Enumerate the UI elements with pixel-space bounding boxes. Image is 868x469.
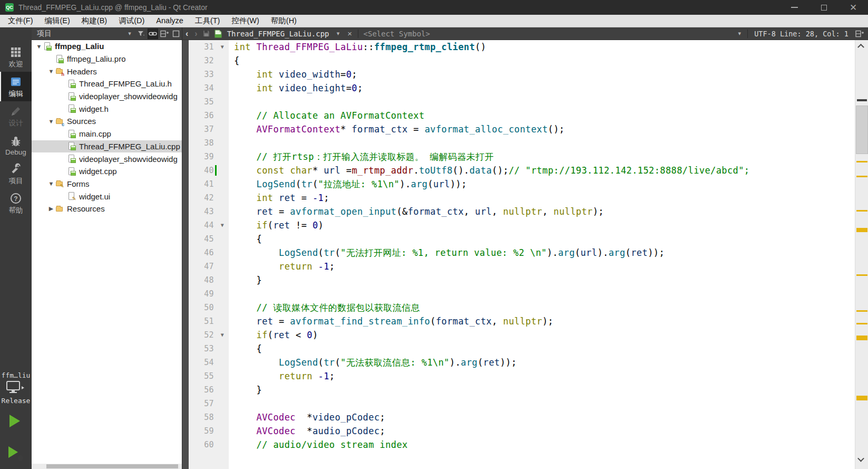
code-line-46[interactable]: 46 LogSend(tr("无法打开网址: %1, return value:…: [189, 246, 855, 260]
code-text: if(ret < 0): [234, 328, 318, 342]
tree-item-ffmpeg_laliu[interactable]: ▼ffmpeg_Laliu: [32, 40, 182, 53]
code-line-42[interactable]: 42 int ret = -1;: [189, 191, 855, 205]
scroll-down-arrow-icon[interactable]: [859, 457, 865, 463]
forward-icon[interactable]: ›: [191, 29, 200, 39]
code-line-49[interactable]: 49: [189, 287, 855, 301]
code-line-41[interactable]: 41 LogSend(tr("拉流地址: %1\n").arg(url));: [189, 177, 855, 191]
target-monitor-icon[interactable]: [4, 380, 32, 396]
scrollbar-thumb[interactable]: [856, 106, 868, 154]
code-line-33[interactable]: 33 int video_width=0;: [189, 68, 855, 81]
menu-item-4[interactable]: Analyze: [150, 15, 189, 27]
sync-with-editor-icon[interactable]: [148, 28, 158, 39]
code-line-57[interactable]: 57: [189, 397, 855, 410]
menu-item-2[interactable]: 构建(B): [76, 15, 113, 27]
tree-item-thread_ffmpeg_laliu.cpp[interactable]: Thread_FFMPEG_LaLiu.cpp: [32, 140, 182, 153]
code-line-39[interactable]: 39 // 打开rtsp：打开输入流并读取标题。 编解码器未打开: [189, 150, 855, 164]
back-icon[interactable]: ‹: [182, 29, 191, 39]
restore-button[interactable]: [809, 0, 838, 15]
symbol-selector[interactable]: <Select Symbol>: [364, 30, 430, 38]
editor-toolbar: ‹ › Thread_FFMPEG_LaLiu.cpp ▾ × <Select …: [182, 27, 868, 40]
panel-splitter[interactable]: [182, 40, 189, 469]
code-line-59[interactable]: 59 AVCodec *audio_pCodec;: [189, 424, 855, 438]
tree-item-resources[interactable]: ▶Resources: [32, 203, 182, 215]
tree-item-thread_ffmpeg_laliu.h[interactable]: Thread_FFMPEG_LaLiu.h: [32, 78, 182, 90]
code-line-50[interactable]: 50 // 读取媒体文件的数据包以获取流信息: [189, 301, 855, 314]
run-button[interactable]: [9, 415, 20, 427]
mode-item-edit[interactable]: 编辑: [0, 72, 32, 101]
mode-item-welcome[interactable]: 欢迎: [0, 42, 32, 72]
code-line-34[interactable]: 34 int video_height=0;: [189, 81, 855, 95]
code-line-40[interactable]: 40 const char* url =m_rtmp_addr.toUtf8()…: [189, 164, 855, 177]
code-line-37[interactable]: 37 AVFormatContext* format_ctx = avforma…: [189, 122, 855, 136]
projects-pane-title[interactable]: 项目: [32, 29, 52, 39]
tree-item-sources[interactable]: ▼cSources: [32, 115, 182, 128]
kit-selector-name[interactable]: ffm…liu: [0, 371, 32, 379]
scroll-up-arrow-icon[interactable]: [859, 43, 865, 50]
close-split-icon[interactable]: [171, 28, 181, 39]
code-line-53[interactable]: 53 {: [189, 342, 855, 356]
mode-item-help[interactable]: ?帮助: [0, 188, 32, 218]
tree-item-forms[interactable]: ▼✎Forms: [32, 178, 182, 190]
menu-item-5[interactable]: 工具(T): [189, 15, 226, 27]
editor-pane-dropdown-icon[interactable]: ▾: [734, 28, 745, 39]
mode-item-projects[interactable]: 项目: [0, 159, 32, 188]
code-line-31[interactable]: 31▼int Thread_FFMPEG_LaLiu::ffmpeg_rtmp_…: [189, 40, 855, 54]
chevron-down-icon[interactable]: ▼: [47, 68, 55, 74]
search-result-mark: [856, 323, 867, 324]
mode-item-debug[interactable]: Debug: [0, 131, 32, 159]
code-line-51[interactable]: 51 ret = avformat_find_stream_info(forma…: [189, 314, 855, 328]
code-line-36[interactable]: 36 // Allocate an AVFormatContext: [189, 109, 855, 122]
code-line-45[interactable]: 45 {: [189, 232, 855, 246]
code-line-56[interactable]: 56 }: [189, 383, 855, 397]
tree-item-widget.ui[interactable]: ✎widget.ui: [32, 190, 182, 203]
code-line-32[interactable]: 32{: [189, 54, 855, 68]
minimize-button[interactable]: [779, 0, 809, 15]
fold-marker-icon[interactable]: ▼: [217, 328, 228, 342]
menu-item-6[interactable]: 控件(W): [226, 15, 265, 27]
code-line-47[interactable]: 47 return -1;: [189, 260, 855, 273]
code-line-54[interactable]: 54 LogSend(tr("无法获取流信息: %1\n").arg(ret))…: [189, 356, 855, 369]
file-tab-dropdown-icon[interactable]: ▾: [333, 28, 344, 39]
chevron-down-icon[interactable]: ▼: [47, 180, 55, 187]
code-line-35[interactable]: 35: [189, 95, 855, 109]
code-line-44[interactable]: 44▼ if(ret != 0): [189, 218, 855, 232]
mode-item-label: 设计: [9, 119, 23, 127]
tree-item-main.cpp[interactable]: main.cpp: [32, 128, 182, 140]
fold-marker-icon[interactable]: ▼: [217, 218, 228, 232]
tree-hscroll-thumb[interactable]: [46, 464, 178, 468]
pane-dropdown-icon[interactable]: ▾: [124, 28, 135, 39]
code-line-60[interactable]: 60 // audio/video stream index: [189, 438, 855, 452]
file-tab-close-icon[interactable]: ×: [345, 28, 355, 39]
filter-icon[interactable]: [136, 28, 147, 39]
save-icon[interactable]: [201, 28, 212, 39]
code-line-43[interactable]: 43 ret = avformat_open_input(&format_ctx…: [189, 205, 855, 218]
menu-item-7[interactable]: 帮助(H): [265, 15, 303, 27]
code-line-52[interactable]: 52▼ if(ret < 0): [189, 328, 855, 342]
menu-item-0[interactable]: 文件(F): [2, 15, 39, 27]
menu-item-1[interactable]: 编辑(E): [39, 15, 76, 27]
code-editor[interactable]: 31▼int Thread_FFMPEG_LaLiu::ffmpeg_rtmp_…: [189, 40, 855, 469]
split-editor-icon[interactable]: [854, 28, 865, 39]
code-line-58[interactable]: 58 AVCodec *video_pCodec;: [189, 410, 855, 424]
code-line-48[interactable]: 48 }: [189, 273, 855, 287]
chevron-right-icon[interactable]: ▶: [47, 205, 55, 212]
tree-item-ffmpeg_laliu.pro[interactable]: ffmpeg_Laliu.pro: [32, 53, 182, 65]
split-add-icon[interactable]: [159, 28, 170, 39]
tree-horizontal-scrollbar[interactable]: [32, 464, 182, 469]
tree-item-widget.cpp[interactable]: widget.cpp: [32, 165, 182, 178]
tree-item-headers[interactable]: ▼hHeaders: [32, 65, 182, 78]
code-line-55[interactable]: 55 return -1;: [189, 369, 855, 383]
close-button[interactable]: ✕: [838, 0, 868, 15]
chevron-down-icon[interactable]: ▼: [47, 118, 55, 125]
code-line-38[interactable]: 38: [189, 136, 855, 150]
fold-marker-icon[interactable]: ▼: [217, 40, 228, 54]
build-config-label[interactable]: Release: [0, 397, 32, 405]
chevron-down-icon[interactable]: ▼: [35, 43, 43, 50]
tree-item-videoplayer_showvideowidg[interactable]: videoplayer_showvideowidg: [32, 152, 182, 165]
open-file-tab[interactable]: Thread_FFMPEG_LaLiu.cpp: [227, 30, 329, 38]
tree-item-widget.h[interactable]: widget.h: [32, 102, 182, 115]
debug-run-button[interactable]: [8, 445, 24, 461]
editor-scrollbar[interactable]: [855, 40, 868, 469]
tree-item-videoplayer_showvideowidg[interactable]: videoplayer_showvideowidg: [32, 90, 182, 103]
menu-item-3[interactable]: 调试(D): [113, 15, 150, 27]
